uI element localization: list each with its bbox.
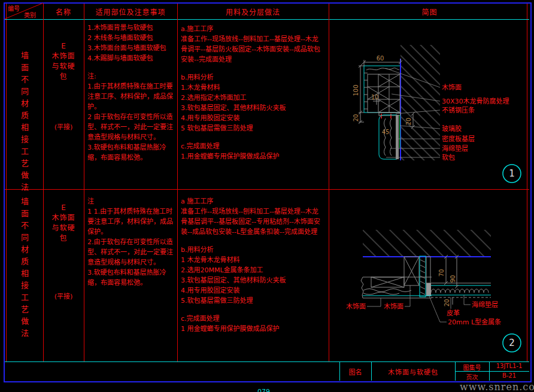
- usage-item: 4.木踢脚与墙面软硬包: [87, 53, 175, 63]
- col-line-2: [84, 4, 84, 361]
- label-wood-veneer-mid: 木饰面: [384, 302, 403, 311]
- finish-item: 1.用金螳螂专用保护膜做成品保护: [181, 151, 324, 162]
- dim-20b: 20: [405, 118, 412, 126]
- material-item: 1.木龙骨材料: [181, 83, 324, 93]
- row1-usage-notes: 1.木饰面背景与软硬包 2 木线条与墙面软硬包 3.木饰面台面与墙面软硬包 4.…: [87, 23, 175, 163]
- col-line-3: [177, 4, 178, 361]
- wall-hatch: [363, 230, 491, 257]
- label-leather: 皮革: [447, 309, 460, 317]
- dim-100: 100: [353, 84, 359, 96]
- detail-drawing-1: 60 100 20 10 45 20 木饰面 30X30木龙骨防腐处理 不锈钢压…: [329, 19, 530, 189]
- dim-20: 20: [444, 299, 450, 307]
- page-number: 079: [257, 388, 270, 392]
- material-item: 1 木龙骨木龙骨材料: [181, 255, 324, 265]
- label-mdf-base: 密度板基层: [442, 135, 475, 143]
- header-name: 名称: [43, 7, 84, 17]
- process-title: a 施工工序: [181, 196, 324, 206]
- dim-20: 20: [353, 114, 359, 122]
- row2-notes: 注 1 1.由于其材质特殊在施工时要注意工序，材料保护，成品保护。 2.由于软包…: [87, 196, 176, 288]
- material-item: 2.选用20MML金属条条加工: [181, 265, 324, 275]
- note-item: 1 1.由于其材质特殊在施工时要注意工序，材料保护，成品保护。: [87, 206, 176, 237]
- dim-45: 45: [382, 129, 390, 135]
- notes-title: 注:: [87, 71, 175, 81]
- row2-name-code: E: [44, 203, 83, 212]
- titleblock-name-label: 图名: [339, 367, 371, 376]
- watermark: www.snren.com: [460, 381, 534, 392]
- header-sketch: 简图: [329, 7, 530, 17]
- label-steel-strip: 不锈钢压条: [442, 106, 475, 114]
- row1-name-code: E: [44, 42, 83, 50]
- row1-name-text: 木饰面与软硬包: [50, 51, 77, 82]
- titleblock-page-label: 页次: [455, 372, 489, 381]
- material-item: 2.选用指定木饰面加工: [181, 93, 324, 103]
- annotation-labels: 木饰面 30X30木龙骨防腐处理 不锈钢压条 玻璃胶 密度板基层 海绵垫层 软包: [442, 83, 509, 162]
- usage-item: 2 木线条与墙面软硬包: [87, 33, 175, 43]
- material-item: 3.软包基层固定、其他材料防火夹板: [181, 103, 324, 113]
- table-left-line: [6, 4, 7, 361]
- row1-category: 墙面不同材质相接工艺做法: [19, 51, 30, 195]
- titleblock-drawing-name: 木饰面与软硬包: [371, 367, 455, 376]
- dim-10: 10: [371, 94, 379, 101]
- svg-text:2: 2: [509, 338, 515, 348]
- wood-panel-section: [364, 66, 400, 113]
- note-item: 2.由于软包存在可变性所以造型、样式不一，对此一定要注意造型规格与材料尺寸。: [87, 237, 176, 268]
- dimension-text: 70 90 20: [438, 269, 456, 307]
- dim-60: 60: [377, 55, 384, 62]
- detail-drawing-2: 70 90 20 木饰面 木饰面 皮革 海绵垫层 20mm L型金属条 2: [329, 189, 530, 361]
- label-wood-batten: 30X30木龙骨防腐处理: [442, 97, 509, 105]
- label-metal-strip: 20mm L型金属条: [448, 318, 501, 326]
- wall-hatch: [400, 45, 440, 160]
- process-title: a.施工工序: [181, 24, 324, 34]
- finish-title: c.完成面处理: [181, 141, 324, 151]
- wood-panel-assembly: [361, 277, 432, 298]
- cad-sheet: 编号 类别 名称 适用部位及注意事项 用料及分层做法 简图 墙面不同材质相接工艺…: [0, 0, 534, 392]
- usage-item: 1.木饰面背景与软硬包: [87, 23, 175, 33]
- svg-text:1: 1: [509, 168, 515, 179]
- row2-name: E 木饰面与软硬包: [44, 203, 83, 244]
- note-item: 2 由于软包存在可变性所以造型、样式不一，对此一定要注意造型规格与材料尺寸。: [87, 112, 175, 142]
- usage-item: 3.木饰面台面与墙面软硬包: [87, 43, 175, 53]
- annotation-labels: 木饰面 木饰面 皮革 海绵垫层 20mm L型金属条: [346, 300, 501, 326]
- label-sponge-layer: 海绵垫层: [472, 300, 498, 309]
- titleblock-atlas-label: 图集号: [455, 363, 489, 372]
- titleblock-atlas-no: 13JTL1-1: [489, 363, 529, 369]
- row2-name-text: 木饰面与软硬包: [50, 213, 77, 244]
- note-item: 3.软硬包布料和基层热胀冷缩，布面容易松弛。: [87, 142, 175, 163]
- note-item: 3.软硬包布料和基层热胀冷缩，布面容易松弛。: [87, 268, 176, 288]
- material-item: 3.软包基层固定、其他材料防火夹板: [181, 275, 324, 285]
- label-wood-veneer: 木饰面: [442, 83, 462, 92]
- label-glass-glue: 玻璃胶: [442, 124, 462, 133]
- label-wood-veneer-left: 木饰面: [346, 302, 366, 311]
- materials-title: b.用料分析: [181, 245, 324, 255]
- titleblock-page-no: B-21: [489, 372, 529, 379]
- note-item: 1.由于其材质特殊在施工时要注意工序、材料保护，成品保护。: [87, 81, 175, 112]
- material-item: 5 软包基层需做三防处理: [181, 123, 324, 133]
- process-flow: 准备工作--现场放线--刨料加工--基层处理--木龙骨基层调平--基层板固定--…: [181, 206, 324, 237]
- row1-joint-type: (平接): [44, 121, 83, 131]
- dim-70: 70: [438, 269, 445, 277]
- notes-title: 注: [87, 196, 176, 206]
- soft-pad-section: [379, 115, 400, 159]
- process-flow: 准备工作--现场放线--刨料加工--基层处理--木龙骨调平--基层防火板固定--…: [181, 34, 324, 65]
- corner-label-category: 类别: [24, 10, 36, 19]
- materials-title: b.用料分析: [181, 72, 324, 83]
- row1-name: E 木饰面与软硬包: [44, 42, 83, 82]
- row2-materials-method: a 施工工序 准备工作--现场放线--刨料加工--基层处理--木龙骨基层调平--…: [181, 196, 324, 334]
- material-item: 5.软包基层需做三防处理: [181, 296, 324, 306]
- soft-pad-assembly: [431, 283, 491, 297]
- header-materials: 用料及分层做法: [177, 7, 329, 17]
- finish-title: c.完成面处理: [181, 314, 324, 324]
- detail-number-1: 1: [503, 165, 521, 183]
- material-item: 4.用专用胶固定安装: [181, 285, 324, 296]
- row1-materials-method: a.施工工序 准备工作--现场放线--刨料加工--基层处理--木龙骨调平--基层…: [181, 24, 324, 162]
- dim-90: 90: [450, 275, 456, 283]
- label-soft-pack: 软包: [442, 153, 455, 162]
- row2-category: 墙面不同材质相接工艺做法: [19, 197, 30, 341]
- row2-joint-type: (平接): [44, 291, 83, 300]
- label-sponge: 海绵垫层: [442, 144, 468, 153]
- corner-label-number: 编号: [8, 4, 20, 13]
- finish-item: 1 用金螳螂专用保护膜做成品保护: [181, 324, 324, 334]
- titleblock-top-line: [5, 361, 529, 362]
- material-item: 4.用专用胶固定安装: [181, 113, 324, 123]
- header-usage: 适用部位及注意事项: [84, 7, 177, 17]
